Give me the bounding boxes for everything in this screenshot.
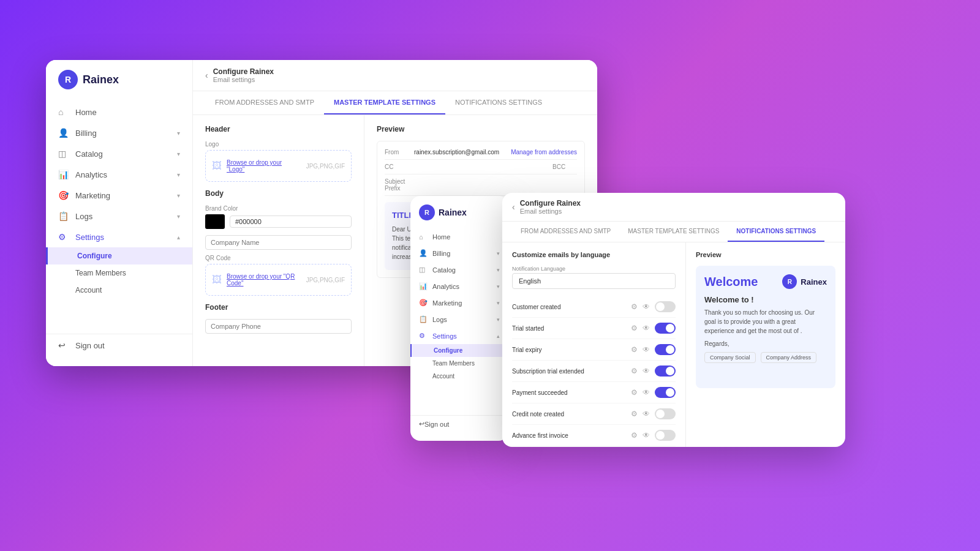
notif-toggle-credit-note[interactable] — [655, 408, 676, 419]
gear-icon[interactable]: ⚙ — [631, 302, 638, 311]
back-button[interactable]: ‹ — [205, 70, 208, 80]
qr-upload-box[interactable]: 🖼 Browse or drop your "QR Code" JPG,PNG,… — [205, 264, 352, 296]
welcome-logo-circle: R — [782, 274, 797, 289]
brand-color-row — [205, 214, 352, 229]
catalog-icon: ◫ — [419, 266, 428, 274]
win2-nav-home[interactable]: ⌂ Home — [410, 229, 508, 245]
billing-icon: 👤 — [419, 249, 428, 257]
window-subtitle: Email settings — [213, 76, 274, 83]
notif-advance-invoice: Advance first invoice ⚙ 👁 — [512, 425, 676, 446]
sidebar-item-analytics[interactable]: 📊 Analytics ▾ — [46, 164, 192, 185]
logo-upload-box[interactable]: 🖼 Browse or drop your "Logo" JPG,PNG,GIF — [205, 150, 352, 182]
notif-toggle-trial-expiry[interactable] — [655, 344, 676, 355]
win2-nav-logs[interactable]: 📋 Logs ▾ — [410, 311, 508, 328]
win3-content: Customize emails by language Notificatio… — [502, 242, 845, 447]
sidebar-sub-configure[interactable]: Configure — [46, 247, 192, 264]
win3-tab-from-addresses[interactable]: FROM ADDRESSES AND SMTP — [512, 222, 619, 242]
notif-trial-expiry: Trial expiry ⚙ 👁 — [512, 339, 676, 361]
manage-addresses-link[interactable]: Manage from addresses — [511, 149, 577, 156]
eye-icon[interactable]: 👁 — [643, 324, 650, 332]
win2-nav-analytics[interactable]: 📊 Analytics ▾ — [410, 278, 508, 294]
chevron-icon: ▾ — [497, 267, 500, 273]
browse-link[interactable]: Browse or drop your "Logo" — [227, 159, 282, 173]
notif-customer-created: Customer created ⚙ 👁 — [512, 296, 676, 318]
analytics-icon: 📊 — [419, 282, 428, 290]
tab-notifications[interactable]: NOTIFICATIONS SETTINGS — [445, 91, 552, 114]
sidebar-item-settings[interactable]: ⚙ Settings ▴ — [46, 227, 192, 247]
home-icon: ⌂ — [419, 233, 428, 241]
signout-icon: ↩ — [58, 340, 69, 350]
gear-icon[interactable]: ⚙ — [631, 324, 638, 332]
notifications-section-title: Customize emails by language — [512, 251, 676, 258]
eye-icon[interactable]: 👁 — [643, 431, 650, 440]
topbar: ‹ Configure Rainex Email settings — [193, 60, 597, 91]
sidebar-item-billing[interactable]: 👤 Billing ▾ — [46, 122, 192, 143]
toggle-knob — [666, 324, 674, 332]
gear-icon[interactable]: ⚙ — [631, 367, 638, 375]
chevron-icon: ▾ — [177, 192, 180, 199]
eye-icon[interactable]: 👁 — [643, 302, 650, 311]
subject-label: Subject Prefix — [385, 178, 409, 192]
company-name-input[interactable] — [205, 235, 352, 250]
company-phone-input[interactable] — [205, 319, 352, 334]
win2-nav-marketing[interactable]: 🎯 Marketing ▾ — [410, 294, 508, 311]
brand-color-label: Brand Color — [205, 205, 352, 212]
sidebar-item-home[interactable]: ⌂ Home — [46, 102, 192, 122]
color-swatch[interactable] — [205, 214, 225, 229]
win3-tab-notifications[interactable]: NOTIFICATIONS SETTINGS — [728, 222, 824, 242]
gear-icon[interactable]: ⚙ — [631, 431, 638, 440]
signout-button[interactable]: ↩ Sign out — [46, 334, 192, 356]
brand-name: Rainex — [83, 73, 119, 86]
qr-browse-link[interactable]: Browse or drop your "QR Code" — [227, 273, 295, 287]
marketing-icon: 🎯 — [58, 190, 69, 200]
win2-nav: ⌂ Home 👤 Billing ▾ ◫ Catalog ▾ 📊 Analyti… — [410, 229, 508, 413]
sidebar-logo: R Rainex — [46, 70, 192, 102]
win2-sub-account[interactable]: Account — [410, 370, 508, 383]
win2-nav-billing[interactable]: 👤 Billing ▾ — [410, 245, 508, 261]
win2-nav-catalog[interactable]: ◫ Catalog ▾ — [410, 261, 508, 278]
from-value: rainex.subscription@gmail.com — [414, 149, 506, 156]
eye-icon[interactable]: 👁 — [643, 388, 650, 397]
win2-sub-team-members[interactable]: Team Members — [410, 357, 508, 370]
sidebar-item-catalog[interactable]: ◫ Catalog ▾ — [46, 143, 192, 164]
win2-nav-settings[interactable]: ⚙ Settings ▴ — [410, 328, 508, 344]
eye-icon[interactable]: 👁 — [643, 345, 650, 354]
sidebar-win1: R Rainex ⌂ Home 👤 Billing ▾ ◫ Catalog ▾ … — [46, 60, 193, 366]
sidebar-item-label: Settings — [75, 233, 104, 242]
language-select[interactable]: English — [512, 273, 676, 289]
notif-toggle-customer-created[interactable] — [655, 301, 676, 312]
notif-toggle-subscription-trial[interactable] — [655, 365, 676, 377]
sidebar-sub-team-members[interactable]: Team Members — [46, 264, 192, 282]
sidebar-item-logs[interactable]: 📋 Logs ▾ — [46, 206, 192, 227]
sidebar-item-marketing[interactable]: 🎯 Marketing ▾ — [46, 185, 192, 206]
notif-subscription-trial: Subscription trial extended ⚙ 👁 — [512, 361, 676, 382]
chevron-icon: ▾ — [177, 171, 180, 178]
window-title: Configure Rainex — [213, 67, 274, 76]
cc-label: CC — [385, 163, 409, 170]
win3-preview-panel: Preview Welcome R Rainex Welcome to ! Th… — [686, 242, 845, 447]
tab-master-template[interactable]: MASTER TEMPLATE SETTINGS — [324, 91, 445, 114]
gear-icon[interactable]: ⚙ — [631, 410, 638, 418]
win3-tab-master-template[interactable]: MASTER TEMPLATE SETTINGS — [619, 222, 728, 242]
gear-icon[interactable]: ⚙ — [631, 388, 638, 397]
eye-icon[interactable]: 👁 — [643, 367, 650, 375]
win3-back-button[interactable]: ‹ — [512, 202, 515, 212]
analytics-icon: 📊 — [58, 170, 69, 179]
sidebar-sub-account[interactable]: Account — [46, 282, 192, 299]
eye-icon[interactable]: 👁 — [643, 410, 650, 418]
notif-toggle-payment-succeeded[interactable] — [655, 387, 676, 398]
footer-social-badge: Company Social — [704, 352, 756, 363]
cc-row: CC BCC — [385, 163, 577, 174]
sidebar-item-label: Catalog — [75, 149, 103, 159]
notif-toggle-trial-started[interactable] — [655, 323, 676, 334]
win2-sub-configure[interactable]: Configure — [410, 344, 508, 357]
gear-icon[interactable]: ⚙ — [631, 345, 638, 354]
chevron-icon: ▾ — [177, 213, 180, 220]
tab-bar: FROM ADDRESSES AND SMTP MASTER TEMPLATE … — [193, 91, 597, 115]
win2-signout-button[interactable]: ↩ Sign out — [410, 415, 508, 432]
chevron-icon: ▾ — [497, 283, 500, 290]
notif-toggle-advance-invoice[interactable] — [655, 430, 676, 441]
color-hex-input[interactable] — [230, 216, 352, 228]
logo-icon: R — [58, 70, 78, 89]
tab-from-addresses[interactable]: FROM ADDRESSES AND SMTP — [205, 91, 324, 114]
